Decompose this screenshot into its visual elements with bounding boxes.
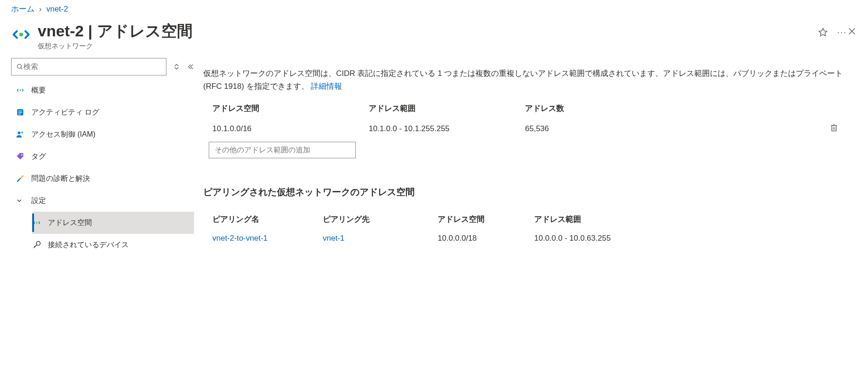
cell-address-space: 10.1.0.0/16: [212, 124, 369, 133]
cell-address-range: 10.1.0.0 - 10.1.255.255: [369, 124, 525, 133]
diagnose-icon: [16, 174, 29, 183]
intro-paragraph: 仮想ネットワークのアドレス空間は、CIDR 表記に指定されている 1 つまたは複…: [203, 67, 848, 93]
table-row: vnet-2-to-vnet-1 vnet-1 10.0.0.0/18 10.0…: [203, 229, 848, 248]
sidebar-item-label: 設定: [31, 196, 46, 206]
page-title: vnet-2 | アドレス空間: [38, 22, 807, 40]
virtual-network-icon: [11, 22, 31, 45]
svg-rect-17: [832, 126, 836, 131]
svg-point-6: [19, 89, 21, 91]
svg-point-15: [36, 242, 40, 245]
sidebar: 概要 アクティビティ ログ アクセス制御 (IAM) タグ 問題の診断と解決: [0, 58, 198, 257]
sidebar-item-address-space[interactable]: アドレス空間: [32, 212, 194, 234]
peering-name-link[interactable]: vnet-2-to-vnet-1: [212, 234, 268, 243]
sidebar-search-box[interactable]: [11, 58, 166, 75]
sidebar-item-label: アクセス制御 (IAM): [31, 130, 96, 139]
breadcrumb: ホーム › vnet-2: [0, 0, 868, 18]
main-content: 仮想ネットワークのアドレス空間は、CIDR 表記に指定されている 1 つまたは複…: [198, 58, 868, 257]
peering-target-link[interactable]: vnet-1: [323, 234, 344, 243]
peered-vnet-heading: ピアリングされた仮想ネットワークのアドレス空間: [203, 186, 848, 198]
favorite-star-icon[interactable]: [818, 27, 828, 37]
sidebar-item-label: 問題の診断と解決: [31, 174, 90, 184]
more-actions-icon[interactable]: ···: [837, 28, 847, 37]
address-space-table: アドレス空間 アドレス範囲 アドレス数 10.1.0.0/16 10.1.0.0…: [203, 98, 848, 158]
access-control-icon: [16, 130, 29, 139]
cell-peering-range: 10.0.0.0 - 10.0.63.255: [534, 234, 839, 243]
close-button[interactable]: [847, 26, 857, 38]
breadcrumb-home-link[interactable]: ホーム: [11, 4, 34, 14]
delete-row-button[interactable]: [829, 123, 839, 134]
sidebar-item-activity-log[interactable]: アクティビティ ログ: [11, 101, 194, 123]
sidebar-item-label: アドレス空間: [48, 218, 92, 228]
sidebar-item-diagnose[interactable]: 問題の診断と解決: [11, 168, 194, 190]
svg-line-5: [21, 68, 22, 69]
tag-icon: [16, 152, 29, 161]
add-address-range-input[interactable]: [209, 142, 356, 158]
learn-more-link[interactable]: 詳細情報: [311, 82, 342, 91]
cell-peering-space: 10.0.0.0/18: [438, 234, 534, 243]
activity-log-icon: [16, 108, 29, 117]
table-header-row: アドレス空間 アドレス範囲 アドレス数: [203, 98, 848, 118]
breadcrumb-current-link[interactable]: vnet-2: [46, 5, 68, 14]
virtual-network-small-icon: [32, 218, 45, 227]
svg-point-0: [19, 33, 23, 36]
col-header-peering-range: アドレス範囲: [534, 214, 839, 225]
svg-point-14: [36, 222, 37, 223]
col-header-peering-space: アドレス空間: [438, 214, 534, 225]
sidebar-search-input[interactable]: [23, 63, 161, 71]
sidebar-item-access-control[interactable]: アクセス制御 (IAM): [11, 123, 194, 145]
sidebar-item-tags[interactable]: タグ: [11, 145, 194, 168]
svg-rect-10: [18, 114, 21, 114]
expand-icon[interactable]: [173, 63, 180, 70]
svg-point-4: [17, 64, 22, 69]
svg-rect-9: [18, 112, 22, 113]
search-icon: [16, 63, 23, 70]
col-header-count: アドレス数: [525, 103, 816, 114]
page-header: vnet-2 | アドレス空間 仮想ネットワーク ···: [0, 18, 868, 58]
peering-table: ピアリング名 ピアリング先 アドレス空間 アドレス範囲 vnet-2-to-vn…: [203, 209, 848, 248]
svg-marker-1: [819, 29, 827, 36]
sidebar-item-overview[interactable]: 概要: [11, 79, 194, 101]
col-header-range: アドレス範囲: [369, 103, 525, 114]
sidebar-item-label: タグ: [31, 152, 46, 162]
svg-point-12: [21, 132, 23, 133]
svg-point-13: [21, 154, 23, 156]
col-header-space: アドレス空間: [212, 103, 369, 114]
table-header-row: ピアリング名 ピアリング先 アドレス空間 アドレス範囲: [203, 209, 848, 229]
virtual-network-small-icon: [16, 86, 29, 95]
sidebar-item-connected-devices[interactable]: 接続されているデバイス: [32, 234, 194, 256]
cell-address-count: 65,536: [525, 124, 816, 133]
intro-text: 仮想ネットワークのアドレス空間は、CIDR 表記に指定されている 1 つまたは複…: [203, 69, 843, 91]
connected-devices-icon: [32, 240, 45, 249]
sidebar-item-label: アクティビティ ログ: [31, 108, 99, 117]
sidebar-group-settings[interactable]: 設定: [11, 190, 194, 212]
svg-point-11: [18, 132, 21, 134]
col-header-peering-name: ピアリング名: [212, 214, 323, 225]
chevron-down-icon: [16, 197, 29, 204]
page-subtitle: 仮想ネットワーク: [38, 42, 807, 51]
sidebar-item-label: 接続されているデバイス: [48, 240, 129, 250]
sidebar-item-label: 概要: [31, 86, 46, 95]
svg-rect-8: [18, 111, 22, 111]
collapse-sidebar-icon[interactable]: [187, 63, 194, 70]
col-header-peering-target: ピアリング先: [323, 214, 438, 225]
chevron-right-icon: ›: [39, 5, 42, 14]
table-row: 10.1.0.0/16 10.1.0.0 - 10.1.255.255 65,5…: [203, 118, 848, 139]
